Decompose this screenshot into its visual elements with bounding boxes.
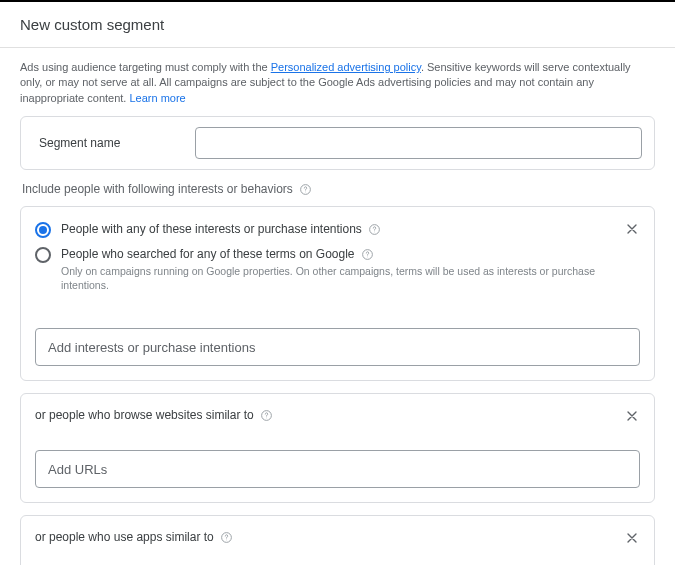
radio-search[interactable] [35, 247, 51, 263]
radio-row-search[interactable]: People who searched for any of these ter… [35, 246, 640, 292]
learn-more-link[interactable]: Learn more [129, 92, 185, 104]
radio-interests[interactable] [35, 222, 51, 238]
radio-row-interests[interactable]: People with any of these interests or pu… [35, 221, 640, 238]
interests-input[interactable] [35, 328, 640, 366]
apps-title: or people who use apps similar to [35, 530, 640, 544]
segment-name-input[interactable] [195, 127, 642, 159]
websites-card: or people who browse websites similar to [20, 393, 655, 503]
radio-interests-label: People with any of these interests or pu… [61, 221, 381, 238]
svg-point-1 [305, 191, 306, 192]
urls-input[interactable] [35, 450, 640, 488]
help-icon[interactable] [361, 248, 374, 261]
close-icon [624, 408, 640, 424]
segment-name-label: Segment name [33, 136, 183, 150]
policy-link[interactable]: Personalized advertising policy [271, 61, 421, 73]
interests-card: People with any of these interests or pu… [20, 206, 655, 381]
svg-point-7 [266, 417, 267, 418]
svg-point-3 [374, 232, 375, 233]
radio-group: People with any of these interests or pu… [35, 221, 640, 292]
dialog-title: New custom segment [20, 16, 655, 33]
include-label: Include people with following interests … [22, 182, 655, 196]
help-icon[interactable] [299, 183, 312, 196]
segment-name-card: Segment name [20, 116, 655, 170]
dialog-header: New custom segment [0, 2, 675, 48]
help-icon[interactable] [220, 531, 233, 544]
close-websites-button[interactable] [620, 404, 644, 428]
radio-search-help: Only on campaigns running on Google prop… [61, 265, 640, 292]
svg-point-9 [226, 539, 227, 540]
websites-title: or people who browse websites similar to [35, 408, 640, 422]
close-apps-button[interactable] [620, 526, 644, 550]
close-icon [624, 221, 640, 237]
help-icon[interactable] [368, 223, 381, 236]
radio-search-label: People who searched for any of these ter… [61, 246, 640, 263]
apps-card: or people who use apps similar to [20, 515, 655, 565]
policy-disclaimer: Ads using audience targeting must comply… [20, 60, 655, 106]
close-interests-button[interactable] [620, 217, 644, 241]
svg-point-5 [367, 257, 368, 258]
close-icon [624, 530, 640, 546]
help-icon[interactable] [260, 409, 273, 422]
